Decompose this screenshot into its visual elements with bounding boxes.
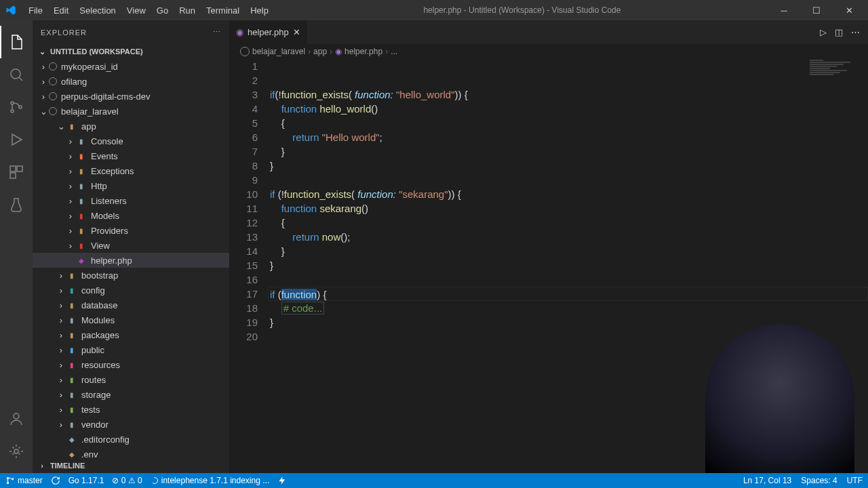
settings-gear-icon[interactable]: [0, 435, 33, 468]
tree-item-Modules[interactable]: ›▮Modules: [33, 312, 229, 327]
tree-item-View[interactable]: ›▮View: [33, 238, 229, 253]
tree-item-.editorconfig[interactable]: ◆.editorconfig: [33, 432, 229, 447]
svg-point-1: [11, 102, 14, 104]
tree-item-app[interactable]: ⌄▮app: [33, 119, 229, 134]
timeline-section-header[interactable]: ›TIMELINE: [33, 458, 229, 473]
status-go-version[interactable]: Go 1.17.1: [68, 476, 104, 485]
explorer-more-icon[interactable]: ⋯: [213, 28, 221, 37]
tree-item-bootstrap[interactable]: ›▮bootstrap: [33, 268, 229, 283]
minimize-button[interactable]: ─: [770, 1, 797, 20]
testing-icon[interactable]: [0, 188, 33, 221]
svg-point-8: [14, 449, 18, 453]
minimap[interactable]: [807, 59, 868, 127]
tree-root-belajar_laravel[interactable]: ⌄belajar_laravel: [33, 104, 229, 119]
accounts-icon[interactable]: [0, 403, 33, 435]
status-live-icon[interactable]: [277, 476, 287, 485]
php-file-icon: ◉: [236, 27, 243, 37]
tree-item-Console[interactable]: ›▮Console: [33, 134, 229, 148]
tree-item-storage[interactable]: ›▮storage: [33, 387, 229, 402]
tree-item-vendor[interactable]: ›▮vendor: [33, 417, 229, 432]
menu-help[interactable]: Help: [245, 3, 274, 18]
tree-item-resources[interactable]: ›▮resources: [33, 357, 229, 372]
search-icon[interactable]: [0, 58, 33, 91]
run-debug-icon[interactable]: [0, 123, 33, 156]
tree-item-Events[interactable]: ›▮Events: [33, 148, 229, 163]
tree-item-helper.php[interactable]: ◆helper.php: [33, 253, 229, 268]
split-editor-icon[interactable]: ◫: [835, 27, 843, 37]
status-encoding[interactable]: UTF: [847, 476, 863, 485]
tree-item-tests[interactable]: ›▮tests: [33, 402, 229, 417]
menu-terminal[interactable]: Terminal: [201, 3, 245, 18]
titlebar: FileEditSelectionViewGoRunTerminalHelp h…: [0, 0, 868, 20]
run-file-icon[interactable]: ▷: [820, 27, 827, 37]
status-branch[interactable]: master: [5, 476, 43, 485]
tree-item-Http[interactable]: ›▮Http: [33, 178, 229, 193]
tree-root-perpus-digital-cms-dev[interactable]: ›perpus-digital-cms-dev: [33, 89, 229, 104]
tree-item-packages[interactable]: ›▮packages: [33, 327, 229, 342]
tree-item-Models[interactable]: ›▮Models: [33, 208, 229, 223]
tree-item-Exceptions[interactable]: ›▮Exceptions: [33, 163, 229, 178]
svg-rect-5: [17, 166, 22, 171]
explorer-title: EXPLORER: [41, 28, 87, 37]
editor-tabs: ◉ helper.php ✕ ▷ ◫ ⋯: [229, 20, 868, 44]
tree-item-Listeners[interactable]: ›▮Listeners: [33, 193, 229, 208]
tree-item-database[interactable]: ›▮database: [33, 298, 229, 312]
webcam-overlay: [705, 324, 854, 473]
svg-point-11: [12, 479, 13, 480]
svg-point-9: [7, 477, 8, 479]
statusbar: master Go 1.17.1 ⊘ 0 ⚠ 0 intelephense 1.…: [0, 473, 868, 488]
editor-area: ◉ helper.php ✕ ▷ ◫ ⋯ belajar_laravel› ap…: [229, 20, 868, 473]
tree-item-routes[interactable]: ›▮routes: [33, 372, 229, 387]
file-tree: ›mykoperasi_id›ofilang›perpus-digital-cm…: [33, 59, 229, 458]
status-sync[interactable]: [51, 476, 60, 485]
menu-file[interactable]: File: [23, 3, 48, 18]
tree-item-config[interactable]: ›▮config: [33, 283, 229, 298]
menu-edit[interactable]: Edit: [48, 3, 74, 18]
tree-item-public[interactable]: ›▮public: [33, 342, 229, 357]
close-window-button[interactable]: ✕: [835, 1, 863, 20]
tree-root-mykoperasi_id[interactable]: ›mykoperasi_id: [33, 59, 229, 74]
maximize-button[interactable]: ☐: [803, 1, 830, 20]
activity-bar: [0, 20, 33, 473]
extensions-icon[interactable]: [0, 156, 33, 188]
tab-helper-php[interactable]: ◉ helper.php ✕: [229, 20, 308, 44]
menu-selection[interactable]: Selection: [74, 3, 121, 18]
tree-root-ofilang[interactable]: ›ofilang: [33, 74, 229, 89]
menu-run[interactable]: Run: [174, 3, 201, 18]
status-cursor-position[interactable]: Ln 17, Col 13: [743, 476, 791, 485]
tree-item-.env[interactable]: ◆.env: [33, 447, 229, 458]
svg-rect-4: [10, 166, 16, 171]
workspace-section-header[interactable]: ⌄UNTITLED (WORKSPACE): [33, 44, 229, 59]
status-indentation[interactable]: Spaces: 4: [801, 476, 837, 485]
status-indexing[interactable]: intelephense 1.7.1 indexing ...: [151, 476, 269, 485]
breadcrumb[interactable]: belajar_laravel› app› ◉ helper.php› ...: [229, 44, 868, 59]
source-control-icon[interactable]: [0, 91, 33, 123]
tab-close-icon[interactable]: ✕: [293, 27, 300, 37]
vscode-logo-icon: [5, 5, 16, 16]
status-problems[interactable]: ⊘ 0 ⚠ 0: [112, 476, 142, 485]
svg-point-10: [7, 482, 8, 483]
svg-point-0: [11, 69, 20, 79]
explorer-icon[interactable]: [0, 26, 33, 58]
svg-point-12: [151, 478, 157, 484]
explorer-sidebar: EXPLORER ⋯ ⌄UNTITLED (WORKSPACE) ›mykope…: [33, 20, 229, 473]
window-title: helper.php - Untitled (Workspace) - Visu…: [274, 5, 770, 15]
svg-rect-6: [10, 173, 16, 178]
editor-more-icon[interactable]: ⋯: [851, 27, 860, 37]
menu-go[interactable]: Go: [151, 3, 174, 18]
svg-point-7: [14, 413, 19, 419]
menu-view[interactable]: View: [121, 3, 151, 18]
tree-item-Providers[interactable]: ›▮Providers: [33, 223, 229, 238]
breadcrumb-root-icon: [240, 47, 250, 56]
svg-point-2: [11, 110, 14, 113]
